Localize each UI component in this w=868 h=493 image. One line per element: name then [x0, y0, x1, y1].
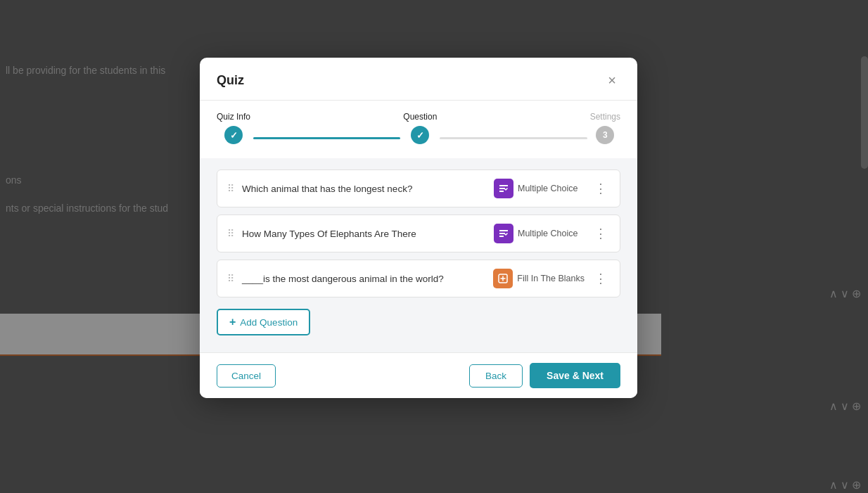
save-next-button[interactable]: Save & Next	[530, 363, 620, 388]
question-text-3: ____is the most dangerous animal in the …	[242, 274, 486, 284]
table-row: ⠿ How Many Types Of Elephants Are There …	[217, 215, 620, 252]
question-list: ⠿ Which animal that has the longest neck…	[217, 169, 620, 297]
footer-right: Back Save & Next	[469, 363, 620, 388]
question-type-badge-2: Multiple Choice	[494, 224, 585, 243]
question-type-badge-1: Multiple Choice	[494, 179, 585, 198]
question-type-label-1: Multiple Choice	[518, 184, 585, 193]
modal-footer: Cancel Back Save & Next	[200, 352, 637, 398]
question-type-badge-3: Fill In The Blanks	[493, 269, 585, 288]
drag-handle-2[interactable]: ⠿	[227, 228, 235, 239]
step-quiz-info-circle	[224, 126, 243, 144]
question-text-1: Which animal that has the longest neck?	[242, 184, 487, 194]
add-question-label: Add Question	[240, 317, 298, 328]
drag-handle-3[interactable]: ⠿	[227, 273, 235, 284]
table-row: ⠿ Which animal that has the longest neck…	[217, 169, 620, 207]
question-text-2: How Many Types Of Elephants Are There	[242, 229, 487, 239]
step-question-check	[416, 130, 424, 141]
step-line-filled-1	[253, 137, 400, 139]
more-options-button-2[interactable]: ⋮	[592, 227, 610, 240]
modal-header: Quiz ×	[200, 58, 637, 101]
quiz-modal: Quiz × Quiz Info Question Settings 3	[200, 58, 637, 398]
more-options-button-3[interactable]: ⋮	[592, 272, 610, 285]
question-type-label-2: Multiple Choice	[518, 229, 585, 238]
step-question: Question	[403, 112, 437, 144]
close-button[interactable]: ×	[604, 72, 620, 89]
question-type-label-3: Fill In The Blanks	[517, 274, 585, 283]
multiple-choice-icon-1	[494, 179, 513, 198]
step-quiz-info: Quiz Info	[217, 112, 250, 144]
fill-blanks-icon-3	[493, 269, 513, 288]
stepper: Quiz Info Question Settings 3	[200, 101, 637, 158]
step-settings-circle: 3	[596, 126, 614, 144]
add-question-button[interactable]: + Add Question	[217, 309, 310, 335]
step-question-label: Question	[403, 112, 437, 122]
cancel-button[interactable]: Cancel	[217, 364, 276, 388]
drag-handle-1[interactable]: ⠿	[227, 183, 235, 194]
step-line-1	[250, 124, 403, 139]
modal-body: ⠿ Which animal that has the longest neck…	[200, 158, 637, 352]
multiple-choice-icon-2	[494, 224, 513, 243]
step-quiz-info-label: Quiz Info	[217, 112, 250, 122]
step-quiz-info-check	[230, 130, 238, 141]
plus-icon: +	[229, 316, 236, 328]
table-row: ⠿ ____is the most dangerous animal in th…	[217, 260, 620, 297]
step-line-empty-2	[440, 137, 587, 139]
modal-title: Quiz	[217, 73, 244, 88]
step-line-2	[437, 124, 589, 139]
more-options-button-1[interactable]: ⋮	[592, 182, 610, 195]
step-question-circle	[411, 126, 429, 144]
step-settings-label: Settings	[590, 112, 620, 122]
step-settings: Settings 3	[590, 112, 620, 144]
back-button[interactable]: Back	[469, 364, 523, 388]
